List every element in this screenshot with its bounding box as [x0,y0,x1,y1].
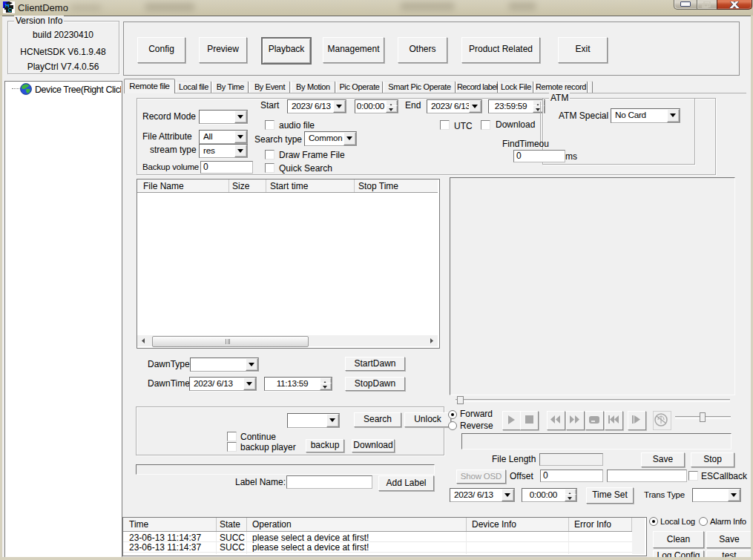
svg-text:C: C [8,7,12,13]
